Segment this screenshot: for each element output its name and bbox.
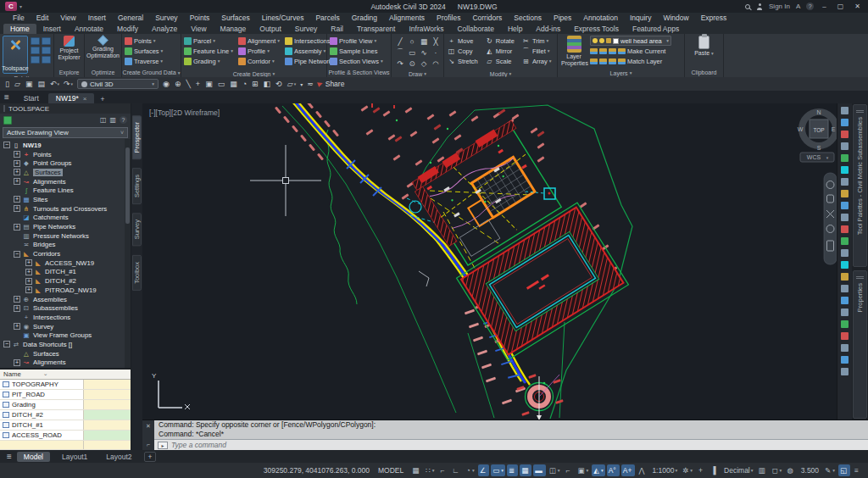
tree-item[interactable]: + Turnouts and Crossovers xyxy=(0,204,131,214)
ribbon-tab[interactable]: Collaborate xyxy=(450,24,500,34)
tab-start[interactable]: Start xyxy=(16,93,47,103)
ribbon-button[interactable]: Feature Line▾ xyxy=(184,46,233,56)
ribbon-tab[interactable]: Add-ins xyxy=(529,24,567,34)
tree-expander-icon[interactable]: + xyxy=(14,323,20,330)
panel-label-modify[interactable]: Modify▾ xyxy=(444,70,557,77)
panel-label-optimize[interactable]: Optimize xyxy=(85,68,121,77)
ribbon-tab[interactable]: Featured Apps xyxy=(626,24,686,34)
search-icon[interactable] xyxy=(745,4,750,9)
tree-expander-icon[interactable] xyxy=(14,332,20,339)
tree-expander-icon[interactable]: + xyxy=(25,269,32,275)
side-tab[interactable]: Survey xyxy=(132,213,142,246)
annotation-scale-value[interactable]: 1:1000▾ xyxy=(649,464,679,476)
mirror-icon[interactable]: ◧ xyxy=(264,80,272,88)
toolspace-help-icon[interactable]: ? xyxy=(120,116,127,124)
ribbon-button[interactable]: Alignment▾ xyxy=(238,36,280,46)
toolspace-button[interactable]: Toolspace xyxy=(3,36,28,74)
tree-expander-icon[interactable]: + xyxy=(25,259,32,266)
tree-item[interactable]: + Points xyxy=(0,150,131,159)
tree-item[interactable]: + Alignments xyxy=(0,177,131,186)
menu-item[interactable]: Pipes xyxy=(548,14,577,22)
tree-expander-icon[interactable]: + xyxy=(14,151,20,158)
tree-item[interactable]: + Point Groups xyxy=(0,158,131,168)
tree-expander-icon[interactable] xyxy=(14,314,20,320)
quick-properties-icon[interactable]: ▥ xyxy=(757,464,769,476)
drawing-canvas[interactable]: Y TOP N W E S WCS ▾ xyxy=(142,103,837,420)
ribbon-tab[interactable]: Rail xyxy=(324,24,350,34)
menu-item[interactable]: Edit xyxy=(31,14,55,22)
ribbon-tab[interactable]: Survey xyxy=(288,24,324,34)
cross-icon[interactable]: ╳ xyxy=(430,36,442,47)
menu-item[interactable]: Alignments xyxy=(383,14,431,22)
ribbon-tab[interactable]: Annotate xyxy=(68,24,110,34)
spline-icon[interactable]: ∿ xyxy=(418,47,430,58)
menu-item[interactable]: Corridors xyxy=(466,14,508,22)
ribbon-button[interactable]: Sample Lines xyxy=(330,46,383,56)
menu-item[interactable]: General xyxy=(112,14,149,22)
list-item-empty[interactable] xyxy=(0,441,131,451)
ribbon-button[interactable]: Traverse▾ xyxy=(125,56,163,66)
ribbon-button[interactable]: ▱Scale xyxy=(485,56,516,66)
flag-icon[interactable] xyxy=(841,107,849,114)
command-prompt-icon[interactable]: ▸ xyxy=(158,442,168,449)
ucs-icon[interactable]: ◉ xyxy=(163,80,170,88)
tree-item[interactable]: + Survey xyxy=(0,322,131,331)
ribbon-button[interactable]: +Move xyxy=(447,36,480,46)
lock-ui-icon[interactable]: ◻▾ xyxy=(771,464,784,476)
tree-expander-icon[interactable]: + xyxy=(25,278,32,285)
offset-icon[interactable] xyxy=(841,297,849,304)
active-drawing-icon[interactable] xyxy=(3,116,12,125)
object-snap-tracking-icon[interactable]: ▭▾ xyxy=(491,464,505,476)
arc-icon[interactable]: ◔ xyxy=(242,80,248,88)
customization-icon[interactable]: ≡ xyxy=(852,464,863,476)
panel-label-layers[interactable]: Layers▾ xyxy=(558,69,684,77)
pave-icon[interactable] xyxy=(841,273,849,281)
menu-item[interactable]: View xyxy=(54,14,81,22)
ribbon-tab[interactable]: Insert xyxy=(36,24,68,34)
save-icon[interactable]: ▣ xyxy=(25,80,34,88)
tree-expander-icon[interactable]: − xyxy=(3,341,10,347)
curb-icon[interactable] xyxy=(841,225,849,233)
bank-icon[interactable] xyxy=(841,142,849,150)
tree-item[interactable]: Surfaces xyxy=(0,349,131,358)
tree-item[interactable]: + ACCESS_NW19 xyxy=(0,258,131,268)
list-item[interactable]: ACCESS_ROAD xyxy=(0,431,131,441)
selection-cycling-icon[interactable]: ◫▾ xyxy=(548,464,562,476)
tree-expander-icon[interactable] xyxy=(14,187,20,194)
point-icon[interactable]: · xyxy=(430,47,442,58)
ditch-icon[interactable] xyxy=(841,249,849,257)
arc-bottom-icon[interactable]: ◠ xyxy=(430,58,442,69)
workspace-switching-icon[interactable]: ✲▾ xyxy=(681,464,694,476)
sample-icon[interactable] xyxy=(841,356,849,364)
help-icon[interactable]: ? xyxy=(806,3,814,10)
ribbon-button[interactable]: ⌒Fillet▾ xyxy=(521,46,552,56)
coordinates-readout[interactable]: 309250.279, 4041076.263, 0.000 xyxy=(264,466,370,475)
ribbon-tab[interactable]: Help xyxy=(501,24,529,34)
grade-icon[interactable] xyxy=(841,320,849,328)
tree-item[interactable]: − Data Shortcuts [] xyxy=(0,340,131,349)
file-tabs-menu-icon[interactable]: ≡ xyxy=(4,92,9,102)
layer-dropdown[interactable]: well head area ▾ xyxy=(590,36,671,46)
tool-palettes-strip[interactable]: Tool Palettes - Civil Metric Subassembli… xyxy=(853,104,867,267)
annotation-autoscale-icon[interactable]: A+ xyxy=(621,464,636,476)
ellipse-icon[interactable]: ⊙ xyxy=(406,58,418,69)
isolate-objects-icon[interactable]: ◍ xyxy=(785,464,796,476)
ribbon-tab[interactable]: View xyxy=(184,24,213,34)
side-tab[interactable]: Settings xyxy=(132,168,142,204)
clean-screen-icon[interactable]: ◱ xyxy=(838,464,850,476)
app-menu-caret-icon[interactable]: ▾ xyxy=(19,3,22,9)
viewport-icon[interactable]: ▦ xyxy=(230,80,238,88)
slope-icon[interactable] xyxy=(841,178,849,186)
misc-icon[interactable] xyxy=(841,368,849,375)
ribbon-tab[interactable]: Home xyxy=(3,24,36,34)
polar-tracking-icon[interactable]: ∠ xyxy=(478,464,490,476)
median-icon[interactable] xyxy=(841,237,849,245)
annotation-scale-icon[interactable]: ⋀ xyxy=(637,464,648,476)
layer-properties-button[interactable]: Layer Properties xyxy=(560,36,587,67)
tree-item[interactable]: Intersections xyxy=(0,313,131,322)
tab-nw19[interactable]: NW19* × xyxy=(48,93,95,103)
make-current-button[interactable]: Make Current xyxy=(590,47,671,56)
array-icon[interactable]: ⊞ xyxy=(252,80,259,88)
link-icon[interactable] xyxy=(841,285,849,292)
point-icon[interactable] xyxy=(841,119,849,126)
